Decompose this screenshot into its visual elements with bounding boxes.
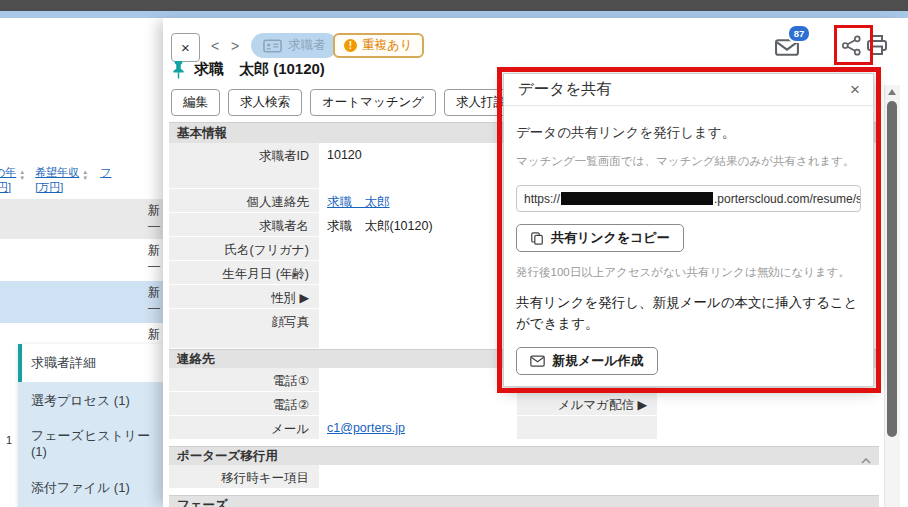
- field-value: [319, 285, 517, 290]
- sort-icon[interactable]: ▲▼: [19, 169, 25, 181]
- printer-icon: [865, 33, 889, 57]
- field-value: [319, 309, 517, 314]
- prev-record-button[interactable]: <: [211, 38, 219, 54]
- auto-matching-button[interactable]: オートマッチング: [310, 89, 436, 116]
- field-value: [319, 465, 879, 470]
- column-link-sub: [円]: [0, 181, 11, 193]
- field-row: メール c1@porters.jp: [169, 416, 879, 440]
- column-link: 希望年収: [35, 166, 79, 178]
- new-mail-hint-text: 共有リンクを発行し、新規メールの本文に挿入することができます。: [516, 293, 866, 335]
- column-link-sub: [万円]: [35, 181, 63, 193]
- chevron-up-icon[interactable]: [861, 453, 871, 467]
- row-phase-value: 新: [148, 202, 160, 219]
- share-data-dialog: データを共有 × データの共有リンクを発行します。 マッチング一覧画面では、マッ…: [503, 73, 874, 387]
- field-label: 生年月日 (年齢): [169, 261, 319, 285]
- pin-icon[interactable]: [171, 60, 186, 79]
- job-search-button[interactable]: 求人検索: [228, 89, 302, 116]
- field-value: [319, 368, 517, 373]
- table-row[interactable]: 新 —: [0, 239, 163, 282]
- table-row-selected[interactable]: 新 —: [0, 281, 163, 323]
- page-title: 求職 太郎 (10120): [194, 60, 325, 79]
- section-title: ポーターズ移行用: [177, 448, 278, 465]
- menu-item-attachments[interactable]: 添付ファイル (1): [18, 468, 163, 507]
- menu-item-label: フェーズヒストリー (1): [31, 428, 155, 461]
- dialog-close-icon[interactable]: ×: [850, 80, 860, 100]
- scrollbar-thumb[interactable]: [887, 101, 897, 437]
- expiry-note-text: 発行後100日以上アクセスがない共有リンクは無効になります。: [516, 265, 861, 280]
- personal-contact-link[interactable]: 求職 太郎: [327, 195, 390, 209]
- accent-strip: [0, 11, 908, 18]
- edit-button[interactable]: 編集: [171, 89, 220, 116]
- row-dash-value: —: [148, 301, 160, 315]
- field-label: 移行時キー項目: [169, 465, 319, 489]
- field-label: 電話②: [169, 392, 319, 416]
- scrollbar-up-arrow[interactable]: [888, 89, 896, 95]
- menu-item-label: 添付ファイル (1): [31, 479, 130, 497]
- share-button[interactable]: [840, 34, 863, 61]
- row-phase-value: 新: [148, 326, 160, 343]
- record-type-label: 求職者: [288, 37, 326, 54]
- duplicate-warning-badge[interactable]: ! 重複あり: [333, 33, 424, 58]
- table-row[interactable]: 新 —: [0, 199, 163, 239]
- mail-icon: [530, 355, 545, 367]
- action-button-row: 編集 求人検索 オートマッチング 求人打診メール: [171, 89, 556, 116]
- menu-item-phase-history[interactable]: フェーズヒストリー (1): [18, 420, 163, 468]
- print-button[interactable]: [865, 33, 889, 61]
- copy-button-label: 共有リンクをコピー: [551, 229, 670, 247]
- panel-close-button[interactable]: ×: [171, 33, 200, 62]
- field-value: [319, 261, 517, 266]
- next-record-button[interactable]: >: [231, 38, 239, 54]
- menu-item-selection-process[interactable]: 選考プロセス (1): [18, 382, 163, 420]
- detail-side-menu: 求職者詳細 選考プロセス (1) フェーズヒストリー (1) 添付ファイル (1…: [18, 344, 163, 507]
- share-link-lead-text: データの共有リンクを発行します。: [516, 124, 861, 142]
- field-label-right: [517, 416, 657, 440]
- menu-item-label: 求職者詳細: [31, 354, 96, 372]
- column-link: の年: [0, 166, 16, 178]
- sort-icon[interactable]: ▲▼: [82, 169, 88, 181]
- record-type-badge: 求職者: [251, 33, 338, 58]
- field-value: [319, 392, 517, 397]
- field-value-right: [657, 392, 879, 397]
- matching-note-text: マッチング一覧画面では、マッチング結果のみが共有されます。: [516, 154, 861, 169]
- row-dash-value: —: [148, 259, 160, 273]
- field-label-mailmag-expand[interactable]: メルマガ配信 ▶: [517, 392, 657, 416]
- column-header[interactable]: の年 [円]: [0, 165, 16, 195]
- menu-item-candidate-detail[interactable]: 求職者詳細: [18, 344, 163, 382]
- create-new-mail-button[interactable]: 新規メール作成: [516, 347, 658, 375]
- new-mail-button-label: 新規メール作成: [552, 352, 644, 370]
- row-number: 1: [6, 434, 12, 446]
- menu-item-label: 選考プロセス (1): [31, 392, 130, 410]
- section-title: フェーズ: [177, 497, 228, 507]
- vertical-scrollbar[interactable]: [884, 85, 900, 507]
- warning-icon: !: [344, 39, 357, 52]
- close-icon: ×: [181, 39, 190, 56]
- section-title: 基本情報: [177, 125, 227, 142]
- field-label: 氏名(フリガナ): [169, 237, 319, 261]
- mail-count-badge: 87: [787, 24, 811, 43]
- column-header[interactable]: フ: [100, 165, 111, 180]
- section-header-phase[interactable]: フェーズ: [169, 495, 879, 507]
- field-value-right: [657, 416, 879, 421]
- field-label: 求職者ID: [169, 143, 319, 189]
- share-icon: [840, 34, 863, 57]
- app-window: の年 [円] ▲▼ 希望年収 [万円] ▲▼ フ 新 — 新 — 新 — 新: [0, 0, 908, 507]
- field-label: 個人連絡先: [169, 189, 319, 213]
- duplicate-label: 重複あり: [362, 37, 413, 54]
- chevron-up-icon[interactable]: [861, 502, 871, 507]
- copy-share-link-button[interactable]: 共有リンクをコピー: [516, 224, 684, 252]
- title-row: 求職 太郎 (10120): [171, 60, 325, 79]
- row-phase-value: 新: [148, 242, 160, 259]
- field-label: 電話①: [169, 368, 319, 392]
- email-link[interactable]: c1@porters.jp: [327, 421, 405, 435]
- field-value: 求職 太郎(10120): [319, 213, 517, 235]
- field-label-gender-expand[interactable]: 性別 ▶: [169, 285, 319, 309]
- mail-inbox-button[interactable]: 87: [775, 30, 805, 58]
- share-url-field[interactable]: https:// .porterscloud.com/resume/sea: [516, 185, 861, 212]
- column-header[interactable]: 希望年収 [万円]: [35, 165, 79, 195]
- url-suffix: .porterscloud.com/resume/sea: [714, 192, 861, 206]
- copy-icon: [530, 231, 544, 246]
- section-header-migration[interactable]: ポーターズ移行用: [169, 446, 879, 465]
- id-card-icon: [263, 39, 282, 53]
- list-column-headers: の年 [円] ▲▼ 希望年収 [万円] ▲▼ フ: [0, 143, 170, 199]
- column-link: フ: [100, 166, 111, 178]
